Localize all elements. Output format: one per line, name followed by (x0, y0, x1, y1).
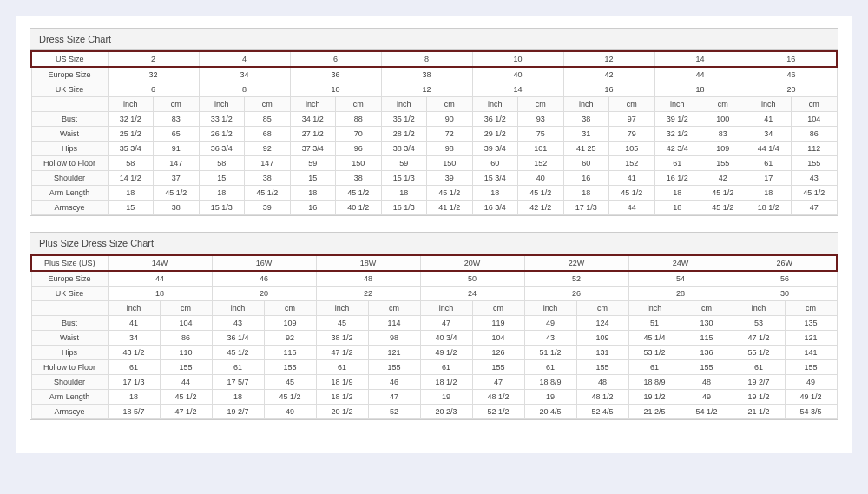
cell: 33 1/2 (199, 112, 245, 127)
cell: 44 (609, 201, 655, 215)
cell: 34 1/2 (290, 112, 336, 127)
cell: 155 (792, 156, 838, 171)
cell: 51 (628, 316, 681, 331)
cell: 27 1/2 (290, 127, 336, 142)
table-row: Hips35 3/49136 3/49237 3/49638 3/49839 3… (31, 142, 837, 156)
cell: 70 (336, 127, 382, 142)
chart-title: Plus Size Dress Size Chart (30, 233, 838, 254)
size-chart-1: Plus Size Dress Size ChartPlus Size (US)… (30, 232, 838, 420)
cell: 61 (746, 156, 792, 171)
cell: 28 1/2 (381, 127, 427, 142)
cell: 38 (336, 171, 382, 186)
cell: 49 (681, 390, 733, 405)
cell: 65 (154, 127, 200, 142)
cell: 48 (316, 271, 420, 287)
cell: cm (245, 97, 291, 112)
row-label: Plus Size (US) (31, 255, 108, 271)
cell: 21 2/5 (628, 405, 681, 419)
table-row: UK Size18202224262830 (31, 287, 837, 301)
cell: cm (681, 301, 733, 316)
size-table: US Size246810121416Europe Size3234363840… (30, 50, 838, 215)
cell: 20W (420, 255, 524, 271)
cell: 155 (681, 360, 733, 375)
cell: 92 (264, 331, 316, 346)
cell: 45 1/2 (518, 186, 564, 201)
cell: 12 (381, 82, 472, 97)
cell: 52 (524, 271, 628, 287)
cell: inch (199, 97, 245, 112)
row-label: Arm Length (31, 390, 108, 405)
cell: 14W (108, 255, 212, 271)
cell: 45 1/2 (160, 390, 212, 405)
table-row: Armscye18 5/747 1/219 2/74920 1/25220 2/… (31, 405, 837, 419)
table-row: Plus Size (US)14W16W18W20W22W24W26W (31, 255, 837, 271)
cell: 53 (733, 316, 785, 331)
cell: 61 (420, 360, 472, 375)
cell: 54 3/5 (785, 405, 837, 419)
cell: 48 1/2 (472, 390, 524, 405)
table-row: Bust41104431094511447119491245113053135 (31, 316, 837, 331)
cell: 147 (154, 156, 200, 171)
cell: 19 (524, 390, 576, 405)
cell: 26 (524, 287, 628, 301)
cell: 18 (654, 82, 746, 97)
cell: 61 (108, 360, 160, 375)
cell: 91 (154, 142, 200, 156)
cell: 41 (746, 112, 792, 127)
cell: 61 (628, 360, 681, 375)
cell: 88 (336, 112, 382, 127)
cell: 6 (108, 82, 199, 97)
row-label: Hips (31, 142, 108, 156)
table-row: UK Size68101214161820 (31, 82, 837, 97)
cell: 19 (420, 390, 472, 405)
cell: 46 (212, 271, 316, 287)
cell: 48 (681, 375, 733, 390)
cell: cm (785, 301, 837, 316)
cell: 17 (746, 171, 792, 186)
cell: 72 (427, 127, 473, 142)
cell: 15 (108, 201, 154, 215)
cell: 55 1/2 (733, 346, 785, 360)
cell: 152 (609, 156, 655, 171)
cell: 150 (427, 156, 473, 171)
cell: 83 (154, 112, 200, 127)
cell: 97 (609, 112, 655, 127)
cell: 114 (368, 316, 420, 331)
cell: 52 1/2 (472, 405, 524, 419)
cell: 41 (609, 171, 655, 186)
row-label: Shoulder (31, 375, 108, 390)
cell: 68 (245, 127, 291, 142)
cell: 45 1/2 (427, 186, 473, 201)
cell: 119 (472, 316, 524, 331)
cell: 40 3/4 (420, 331, 472, 346)
table-row: Armscye153815 1/3391640 1/216 1/341 1/21… (31, 201, 837, 215)
table-row: Hips43 1/211045 1/211647 1/212149 1/2126… (31, 346, 837, 360)
cell: 16 (563, 82, 654, 97)
cell: 40 (472, 67, 563, 82)
cell: 79 (609, 127, 655, 142)
row-label: UK Size (31, 287, 108, 301)
cell: 19 2/7 (212, 405, 264, 419)
cell: 61 (524, 360, 576, 375)
cell: 8 (199, 82, 290, 97)
cell: 47 (420, 316, 472, 331)
row-label: US Size (31, 51, 108, 67)
cell: inch (290, 97, 336, 112)
cell: 18 (108, 390, 160, 405)
cell: inch (746, 97, 792, 112)
cell: cm (154, 97, 200, 112)
cell: 28 (628, 287, 733, 301)
row-label: Waist (31, 331, 108, 346)
cell: 16 (746, 51, 837, 67)
cell: 15 (290, 171, 336, 186)
cell: cm (472, 301, 524, 316)
cell: 32 (108, 67, 199, 82)
cell: 18 (654, 201, 700, 215)
cell: 44 1/4 (746, 142, 792, 156)
cell: cm (792, 97, 838, 112)
cell: 100 (700, 112, 746, 127)
cell: 96 (336, 142, 382, 156)
cell: inch (654, 97, 700, 112)
table-row: Europe Size3234363840424446 (31, 67, 837, 82)
cell: 20 1/2 (316, 405, 368, 419)
